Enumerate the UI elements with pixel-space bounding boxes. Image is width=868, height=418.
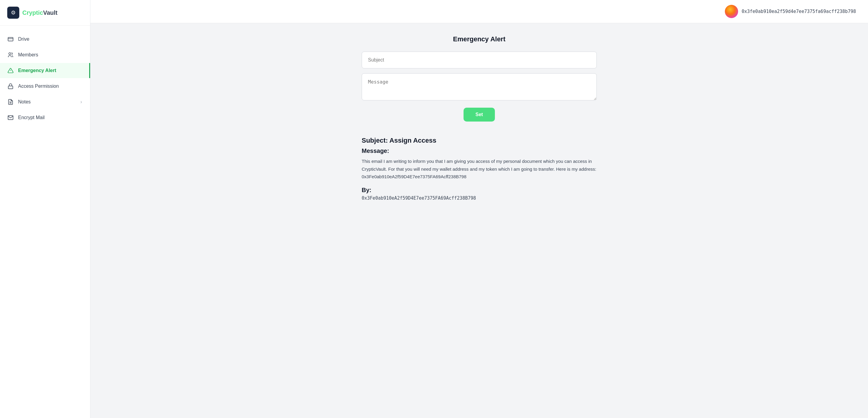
mail-icon	[7, 114, 14, 121]
sidebar-item-members[interactable]: Members	[0, 47, 90, 62]
svg-rect-0	[8, 37, 13, 41]
sidebar-item-label: Members	[18, 52, 38, 58]
sidebar-item-label: Notes	[18, 99, 31, 104]
sidebar-item-encrypt-mail[interactable]: Encrypt Mail	[0, 110, 90, 125]
access-icon	[7, 83, 14, 90]
sidebar-item-label: Encrypt Mail	[18, 115, 44, 120]
page-title: Emergency Alert	[362, 35, 597, 43]
preview-subject: Subject: Assign Access	[362, 137, 597, 145]
logo-text: CrypticVault	[22, 9, 58, 16]
logo-area: ⚙ CrypticVault	[0, 0, 90, 26]
wallet-address: 0x3fe0ab910ea2f59d4e7ee7375fa69acff238b7…	[742, 9, 856, 14]
notes-icon	[7, 99, 14, 105]
preview-section: Subject: Assign Access Message: This ema…	[362, 133, 597, 204]
preview-body: This email I am writing to inform you th…	[362, 157, 597, 181]
sidebar-item-drive[interactable]: Drive	[0, 32, 90, 47]
header: 0x3fe0ab910ea2f59d4e7ee7375fa69acff238b7…	[90, 0, 868, 23]
sidebar-item-label: Access Permission	[18, 84, 59, 89]
page-content: Emergency Alert Set Subject: Assign Acce…	[344, 23, 615, 216]
sidebar-item-emergency-alert[interactable]: Emergency Alert	[0, 63, 90, 78]
subject-input[interactable]	[362, 52, 597, 68]
subject-group	[362, 52, 597, 68]
message-input[interactable]	[362, 73, 597, 100]
main-area: 0x3fe0ab910ea2f59d4e7ee7375fa69acff238b7…	[90, 0, 868, 418]
preview-by-address: 0x3Fe0ab910eA2f59D4E7ee7375FA69Acff238B7…	[362, 196, 597, 201]
preview-message-label: Message:	[362, 147, 597, 154]
sidebar-item-label: Emergency Alert	[18, 68, 56, 73]
message-group	[362, 73, 597, 102]
svg-rect-4	[8, 86, 13, 89]
wallet-info: 0x3fe0ab910ea2f59d4e7ee7375fa69acff238b7…	[725, 5, 856, 18]
svg-point-1	[9, 53, 11, 55]
preview-by-label: By:	[362, 187, 597, 193]
set-button[interactable]: Set	[464, 108, 495, 122]
sidebar-nav: Drive Members Emergency Alert	[0, 26, 90, 131]
drive-icon	[7, 36, 14, 42]
sidebar-item-label: Drive	[18, 36, 29, 42]
sidebar-item-access-permission[interactable]: Access Permission	[0, 79, 90, 94]
logo-icon: ⚙	[7, 7, 19, 19]
avatar	[725, 5, 738, 18]
members-icon	[7, 52, 14, 58]
chevron-right-icon: ›	[81, 99, 82, 104]
sidebar: ⚙ CrypticVault Drive Members	[0, 0, 90, 418]
alert-icon	[7, 67, 14, 74]
sidebar-item-notes[interactable]: Notes ›	[0, 94, 90, 110]
